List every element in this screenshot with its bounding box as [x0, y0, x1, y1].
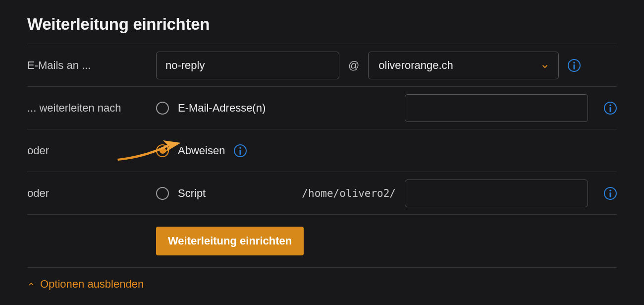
forward-destination-input[interactable]	[405, 94, 588, 122]
script-path-prefix: /home/olivero2/	[302, 187, 396, 199]
svg-rect-5	[240, 150, 241, 155]
svg-point-0	[574, 61, 576, 63]
row-submit: Weiterleitung einrichten	[27, 214, 617, 267]
chevron-down-icon	[540, 61, 549, 70]
row-reject: oder Abweisen	[27, 129, 617, 172]
radio-reject[interactable]	[156, 144, 169, 157]
page-title: Weiterleitung einrichten	[27, 15, 617, 44]
script-path-input[interactable]	[405, 180, 588, 207]
at-symbol: @	[348, 59, 359, 72]
label-forward-to: ... weiterleiten nach	[27, 102, 156, 115]
info-icon[interactable]	[568, 59, 581, 72]
row-forward-to: ... weiterleiten nach E-Mail-Adresse(n)	[27, 86, 617, 129]
radio-email-addresses-label: E-Mail-Adresse(n)	[178, 102, 266, 115]
svg-rect-3	[610, 107, 611, 112]
radio-email-addresses[interactable]	[156, 102, 169, 115]
options-toggle-label: Optionen ausblenden	[40, 278, 144, 291]
content-emails-to: @ oliverorange.ch	[156, 52, 617, 79]
options-toggle[interactable]: Optionen ausblenden	[27, 267, 617, 291]
domain-select[interactable]: oliverorange.ch	[368, 52, 559, 79]
content-submit: Weiterleitung einrichten	[156, 227, 617, 255]
info-icon[interactable]	[604, 102, 617, 115]
content-reject: Abweisen	[156, 144, 617, 157]
submit-button[interactable]: Weiterleitung einrichten	[156, 227, 304, 255]
radio-script-label: Script	[178, 187, 206, 200]
row-script: oder Script /home/olivero2/	[27, 172, 617, 214]
svg-rect-1	[574, 64, 575, 69]
radio-script[interactable]	[156, 187, 169, 200]
info-icon[interactable]	[604, 187, 617, 200]
label-script: oder	[27, 187, 156, 200]
row-emails-to: E-Mails an ... @ oliverorange.ch	[27, 44, 617, 86]
radio-reject-label: Abweisen	[178, 144, 225, 157]
svg-point-4	[240, 147, 242, 149]
svg-point-6	[609, 189, 611, 191]
svg-point-2	[609, 104, 611, 106]
content-forward-to: E-Mail-Adresse(n)	[156, 94, 617, 122]
info-icon[interactable]	[234, 144, 247, 157]
svg-rect-7	[610, 192, 611, 197]
email-local-input[interactable]	[156, 52, 339, 79]
label-reject: oder	[27, 144, 156, 157]
chevron-up-icon	[27, 280, 35, 288]
content-script: Script /home/olivero2/	[156, 180, 617, 207]
domain-select-value: oliverorange.ch	[378, 59, 453, 72]
label-emails-to: E-Mails an ...	[27, 59, 156, 72]
